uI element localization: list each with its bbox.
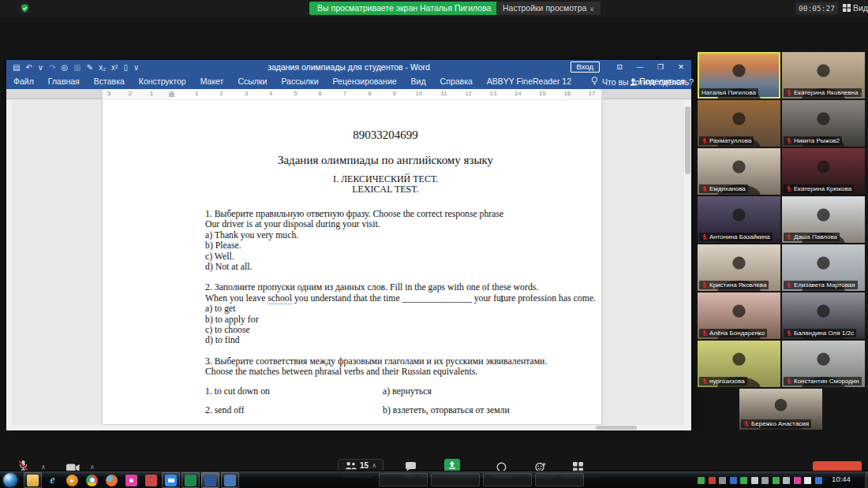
mic-off-icon [743, 420, 750, 427]
mic-options-caret-icon[interactable]: ∧ [41, 464, 46, 471]
media-player-taskbar-button[interactable]: ▸ [63, 472, 81, 488]
ribbon-tab-ABBYY FineReader 12[interactable]: ABBYY FineReader 12 [480, 74, 578, 89]
ribbon-tab-Конструктор[interactable]: Конструктор [132, 74, 193, 89]
gray-app-icon[interactable] [719, 477, 726, 484]
ruler-number: 5 [291, 90, 301, 97]
superscript-icon[interactable]: x² [111, 63, 118, 72]
show-desktop-button[interactable] [864, 471, 868, 488]
participant-tile[interactable]: Екатерина Яковлевна ... [782, 52, 865, 99]
horizontal-scrollbar[interactable] [12, 425, 684, 430]
new-doc-icon[interactable]: ▯ [123, 63, 128, 72]
share-button[interactable]: Поделиться [630, 74, 685, 89]
chrome-taskbar-button[interactable] [83, 472, 101, 488]
participant-tile[interactable]: Константин Смородин [782, 341, 865, 387]
participant-tile[interactable]: Рахматуллова [698, 100, 780, 147]
subscript-icon[interactable]: x₂ [99, 63, 106, 72]
participant-tile[interactable]: Никита Рыжов2 [782, 100, 865, 147]
print-preview-icon[interactable]: ◎ [62, 63, 69, 72]
ribbon-tab-Справка[interactable]: Справка [433, 74, 480, 89]
red-app-taskbar-button[interactable] [142, 472, 160, 488]
participant-name: Даша Павлова [794, 233, 837, 241]
grid-view-icon [843, 4, 851, 12]
redo-icon[interactable]: ↷ [49, 63, 55, 72]
ribbon-tab-Главная[interactable]: Главная [41, 74, 87, 89]
participant-name-badge: Антонина Базайкина [699, 233, 773, 241]
blue-app-taskbar-button[interactable] [221, 472, 239, 488]
match-left: 1. to cut down on [205, 386, 383, 397]
chevron-down-icon: ∨ [589, 6, 594, 13]
participant-tile[interactable]: Алёна Бондаренко [698, 292, 780, 339]
taskbar-window-button[interactable] [431, 473, 480, 486]
participant-tile[interactable]: Елизавета Мартовая [782, 244, 865, 291]
word-title-bar: задания олимпиады для студентов - Word ▤… [6, 60, 691, 74]
scrollbar-thumb[interactable] [596, 426, 637, 430]
participant-tile[interactable]: нургазизова [698, 341, 780, 387]
view-settings-button[interactable]: Настройки просмотра∨ [496, 2, 600, 15]
close-button[interactable]: ✕ [671, 60, 691, 74]
record-red-icon[interactable] [709, 477, 716, 484]
ribbon-tab-Ссылки[interactable]: Ссылки [230, 74, 274, 89]
pink-app-taskbar-button[interactable] [122, 472, 140, 488]
word-taskbar-button[interactable] [201, 472, 219, 488]
clipboard-icon[interactable] [783, 477, 790, 484]
ribbon-tab-Вставка[interactable]: Вставка [87, 74, 132, 89]
sync-green-icon[interactable] [740, 477, 747, 484]
copy-icon[interactable]: ▥ [73, 63, 80, 72]
ribbon-tab-Макет[interactable]: Макет [193, 74, 231, 89]
qat-more-icon[interactable]: ∨ [133, 63, 139, 72]
firefox-taskbar-button[interactable] [103, 472, 121, 488]
horizontal-ruler[interactable]: 3211234567891011121314151617 [6, 89, 691, 99]
participant-tile[interactable]: Кристина Яковлева [698, 244, 780, 291]
blue-app-icon[interactable] [730, 477, 737, 484]
camera-options-caret-icon[interactable]: ∧ [90, 464, 95, 471]
scrollbar-thumb[interactable] [685, 106, 690, 174]
blue-app-icon [224, 475, 236, 486]
ribbon-tab-Рецензирование[interactable]: Рецензирование [326, 74, 404, 89]
zoom-app-taskbar-button[interactable] [162, 472, 180, 488]
document-page[interactable]: 89033204699 Задания олимпиады по английс… [103, 100, 601, 424]
participant-tile[interactable]: Екатерина Крюкова [782, 148, 865, 195]
save-icon[interactable]: ▤ [13, 63, 20, 72]
taskbar-window-button[interactable] [379, 473, 428, 486]
ruler-number: 4 [266, 90, 275, 97]
check-green-icon[interactable] [773, 477, 780, 484]
volume-icon[interactable] [804, 477, 811, 484]
excel-taskbar-button[interactable] [181, 472, 200, 488]
network-icon[interactable] [761, 477, 769, 484]
question-block: 1. Выберите правильную ответную фразу. C… [205, 209, 566, 272]
ribbon-tab-Вид[interactable]: Вид [404, 74, 433, 89]
ribbon-tab-Рассылки[interactable]: Рассылки [274, 74, 325, 89]
heart-pink-icon[interactable] [794, 477, 801, 484]
participant-name: Баландина Оля 1/2с [794, 329, 854, 337]
question-prompt: 3. Выберите соответствия между фразовыми… [205, 356, 566, 378]
participant-tile[interactable]: Бережко Анастасия [739, 389, 822, 430]
minimize-button[interactable]: — [630, 60, 650, 74]
taskbar-window-button[interactable] [535, 473, 584, 486]
undo-icon[interactable]: ↶ [25, 63, 32, 72]
format-painter-icon[interactable]: ✎ [87, 63, 93, 72]
participant-tile[interactable]: Наталья Пигилова [698, 52, 780, 99]
share-screen-button[interactable] [444, 459, 460, 471]
start-button[interactable] [3, 473, 17, 487]
participant-tile[interactable]: Баландина Оля 1/2с [782, 292, 865, 339]
participant-tile[interactable]: Емдиханова [698, 148, 780, 195]
participant-tile[interactable]: Даша Павлова [782, 196, 865, 243]
windows-update-icon[interactable] [815, 477, 822, 484]
participant-tile[interactable]: Антонина Базайкина [698, 196, 780, 243]
ribbon-tab-Файл[interactable]: Файл [6, 74, 41, 89]
restore-button[interactable]: ❐ [650, 60, 671, 74]
security-shield-icon[interactable] [19, 2, 31, 17]
vertical-scrollbar[interactable] [684, 100, 691, 430]
ruler-number: 1 [147, 90, 156, 97]
ribbon-display-options-button[interactable]: ⊡ [609, 60, 630, 74]
view-button[interactable]: Вид [843, 3, 868, 13]
undo-caret-icon[interactable]: ∨ [38, 63, 43, 72]
ruler-number: 12 [464, 90, 473, 97]
signin-button[interactable]: Вход [571, 61, 600, 73]
chart-green-icon[interactable] [698, 477, 705, 484]
participant-name-badge: Алёна Бондаренко [699, 329, 767, 337]
explorer-taskbar-button[interactable] [24, 472, 42, 488]
internet-explorer-taskbar-button[interactable]: e [43, 472, 62, 488]
flag-alert-icon[interactable] [751, 477, 758, 484]
taskbar-window-button[interactable] [483, 473, 532, 486]
